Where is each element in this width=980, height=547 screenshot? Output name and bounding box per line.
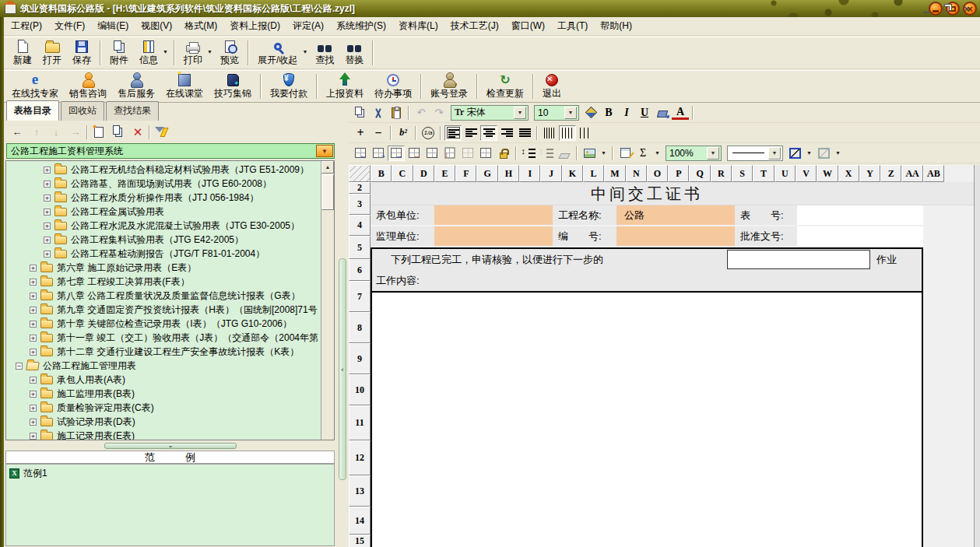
tree-expander-icon[interactable]: − bbox=[16, 363, 23, 370]
redo-button[interactable] bbox=[430, 105, 448, 121]
zoom-in-button[interactable]: + bbox=[352, 125, 369, 141]
chevron-down-icon[interactable] bbox=[514, 107, 526, 119]
sheet-content[interactable]: 中间交工证书 承包单位: 工程名称: 公路 表 号: 监理单位: 编 号: 批准… bbox=[371, 182, 974, 547]
panel-tab[interactable]: 回收站 bbox=[61, 101, 104, 121]
menu-item[interactable]: 工程(P) bbox=[5, 17, 48, 35]
tree-item[interactable]: + 施工监理用表(B表) bbox=[6, 387, 321, 401]
project-name-field[interactable]: 公路 bbox=[616, 205, 735, 226]
system-selector-dropdown-icon[interactable] bbox=[316, 145, 333, 157]
column-header[interactable]: V bbox=[796, 165, 817, 182]
tree-item[interactable]: + 公路路基、路面现场测试用表（JTG E60-2008） bbox=[6, 177, 321, 191]
chevron-down-icon[interactable] bbox=[768, 147, 781, 160]
row-header[interactable]: 7 bbox=[349, 281, 371, 312]
tree-item[interactable]: + 试验记录用表(D表) bbox=[6, 415, 321, 429]
column-header[interactable]: L bbox=[583, 165, 604, 182]
mdi-minimize-button[interactable] bbox=[919, 3, 933, 15]
toolbar-button[interactable] bbox=[174, 40, 175, 65]
menu-item[interactable]: 窗口(W) bbox=[505, 17, 551, 35]
toolbar-button[interactable] bbox=[100, 40, 101, 65]
align-center-button[interactable] bbox=[480, 125, 497, 141]
underline-button[interactable]: U bbox=[636, 105, 653, 121]
tree-expander-icon[interactable]: + bbox=[30, 293, 37, 300]
italic-button[interactable]: I bbox=[618, 105, 635, 121]
diagonal-border-alt-dropdown-icon[interactable] bbox=[833, 146, 843, 160]
dropdown-arrow-icon[interactable] bbox=[302, 45, 307, 56]
toolbar-button[interactable] bbox=[420, 74, 422, 99]
toolbar-button[interactable]: 打开 bbox=[37, 38, 67, 68]
tree-expander-icon[interactable]: + bbox=[30, 377, 37, 384]
zoom-out-button[interactable]: − bbox=[370, 125, 387, 141]
column-header[interactable]: D bbox=[413, 165, 434, 182]
tree-expander-icon[interactable]: + bbox=[44, 237, 51, 244]
tree-item[interactable]: + 公路工程基桩动测报告（JTG/T F81-01-2004） bbox=[6, 247, 321, 261]
contractor-field[interactable] bbox=[434, 205, 553, 226]
format-eraser-button[interactable] bbox=[556, 146, 573, 161]
tree-expander-icon[interactable]: + bbox=[30, 391, 37, 398]
tree-expander-icon[interactable]: + bbox=[30, 335, 37, 342]
column-header[interactable]: F bbox=[455, 165, 476, 182]
toolbar-button[interactable] bbox=[316, 74, 318, 99]
column-header[interactable]: Z bbox=[880, 165, 901, 182]
row-header[interactable]: 13 bbox=[349, 475, 371, 507]
row-header[interactable]: 3 bbox=[349, 194, 371, 215]
line-spacing-increase-button[interactable] bbox=[520, 146, 537, 161]
cut-button[interactable] bbox=[370, 105, 387, 121]
toolbar-button[interactable]: 查找 bbox=[310, 38, 339, 68]
sheet-no-field[interactable] bbox=[797, 205, 923, 226]
tree-item[interactable]: + 第九章 交通固定资产投资统计报表（H表）（国统制[2008]71号 bbox=[6, 303, 321, 317]
align-right-button[interactable] bbox=[498, 125, 515, 141]
approval-no-field[interactable] bbox=[797, 226, 923, 247]
column-header[interactable]: N bbox=[626, 165, 647, 182]
row-header[interactable]: 5 bbox=[349, 236, 371, 259]
column-header[interactable]: K bbox=[562, 165, 583, 182]
insert-column-left-button[interactable] bbox=[352, 146, 369, 161]
menu-item[interactable]: 评定(A) bbox=[286, 17, 330, 35]
tree-expander-icon[interactable]: + bbox=[30, 321, 37, 328]
tree-toolbar-button[interactable] bbox=[90, 124, 107, 140]
system-selector[interactable]: 公路工程施工资料管理系统 bbox=[6, 143, 335, 159]
line-spacing-decrease-button[interactable] bbox=[538, 146, 555, 161]
splitter-collapse-handle[interactable]: ‹ bbox=[339, 258, 346, 480]
menu-item[interactable]: 资料库(L) bbox=[392, 17, 444, 35]
insert-image-dropdown-icon[interactable] bbox=[599, 146, 609, 160]
toolbar-button[interactable]: ✕ 退出 bbox=[537, 72, 567, 101]
row-header[interactable]: 11 bbox=[349, 405, 371, 440]
row-header[interactable]: 12 bbox=[349, 440, 371, 475]
tree-expander-icon[interactable]: + bbox=[30, 265, 37, 272]
tree-item[interactable]: + 第十一章 竣工（交工）验收用表（J表）（交通部令（2004年第 bbox=[6, 331, 321, 345]
column-header[interactable]: X bbox=[838, 165, 859, 182]
paste-button[interactable] bbox=[388, 105, 405, 121]
sheet-vertical-scrollbar[interactable] bbox=[974, 165, 980, 547]
supervisor-field[interactable] bbox=[434, 226, 553, 247]
formula-table-button[interactable] bbox=[616, 146, 634, 161]
dropdown-arrow-icon[interactable] bbox=[163, 45, 168, 56]
menu-item[interactable]: 系统维护(S) bbox=[330, 17, 392, 35]
tree-scrollbar-thumb[interactable] bbox=[321, 174, 334, 210]
toolbar-button[interactable]: 上报资料 bbox=[321, 72, 369, 101]
toolbar-button[interactable]: 在线课堂 bbox=[160, 72, 209, 101]
tree-expander-icon[interactable]: + bbox=[44, 167, 51, 174]
column-header[interactable]: J bbox=[540, 165, 561, 182]
bold-button[interactable]: B bbox=[600, 105, 617, 121]
tree-item[interactable]: + 质量检验评定用表(C表) bbox=[6, 401, 321, 415]
column-header[interactable]: AA bbox=[901, 165, 922, 182]
row-header[interactable]: 10 bbox=[349, 374, 371, 405]
align-justify-button[interactable] bbox=[516, 125, 533, 141]
toolbar-button[interactable]: ↻ 检查更新 bbox=[481, 72, 529, 101]
tree-expander-icon[interactable]: + bbox=[44, 195, 51, 202]
tree-toolbar-button[interactable] bbox=[86, 125, 88, 139]
toolbar-button[interactable]: 售后服务 bbox=[112, 72, 160, 101]
menu-item[interactable]: 帮助(H) bbox=[594, 17, 638, 35]
pattern-fill-button[interactable] bbox=[459, 146, 476, 161]
tree-item[interactable]: + 公路工程集料试验用表（JTG E42-2005） bbox=[6, 233, 321, 247]
superscript-button[interactable]: b² bbox=[395, 125, 412, 141]
column-header[interactable]: AB bbox=[923, 165, 944, 182]
row-header[interactable]: 2 bbox=[349, 182, 371, 194]
tree-expander-icon[interactable]: + bbox=[30, 433, 37, 440]
toolbar-button[interactable]: 账号登录 bbox=[425, 72, 473, 101]
column-header[interactable]: C bbox=[392, 165, 413, 182]
tree-item[interactable]: + 施工记录用表(E表) bbox=[6, 429, 321, 440]
statement-input[interactable] bbox=[727, 250, 870, 269]
undo-button[interactable] bbox=[413, 105, 430, 121]
tree-toolbar-button[interactable]: ✕ bbox=[129, 124, 146, 140]
